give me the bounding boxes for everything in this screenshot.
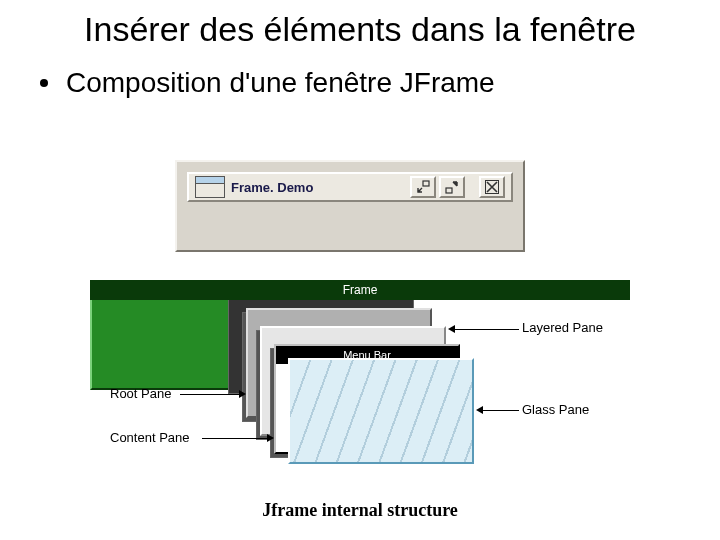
layer-diagram: Frame Menu Bar Layered Pane Glass Pane R… (90, 280, 630, 480)
close-icon[interactable] (479, 176, 505, 198)
demo-window: Frame. Demo (175, 160, 525, 252)
iconify-icon[interactable] (410, 176, 436, 198)
bullet-dot (40, 79, 48, 87)
window-icon (195, 176, 225, 198)
demo-titlebar: Frame. Demo (187, 172, 513, 202)
arrow-line (483, 410, 519, 411)
maximize-icon[interactable] (439, 176, 465, 198)
label-content-pane: Content Pane (110, 430, 190, 445)
label-root-pane: Root Pane (110, 386, 171, 401)
svg-point-0 (418, 190, 421, 193)
arrow-head (476, 406, 483, 414)
label-layered-pane: Layered Pane (522, 320, 603, 335)
demo-window-title: Frame. Demo (231, 180, 313, 195)
diagram-caption: Jframe internal structure (0, 500, 720, 521)
glass-pane (288, 358, 474, 464)
arrow-line (180, 394, 240, 395)
svg-point-2 (455, 182, 458, 185)
bullet-item: Composition d'une fenêtre JFrame (0, 57, 720, 99)
frame-title: Frame (90, 280, 630, 300)
slide-title: Insérer des éléments dans la fenêtre (0, 0, 720, 57)
arrow-line (455, 329, 519, 330)
svg-rect-3 (446, 188, 452, 193)
arrow-head (267, 434, 274, 442)
arrow-head (239, 390, 246, 398)
arrow-head (448, 325, 455, 333)
arrow-line (202, 438, 268, 439)
bullet-text: Composition d'une fenêtre JFrame (66, 67, 495, 99)
window-controls (410, 176, 465, 198)
label-glass-pane: Glass Pane (522, 402, 589, 417)
svg-rect-1 (423, 181, 429, 186)
